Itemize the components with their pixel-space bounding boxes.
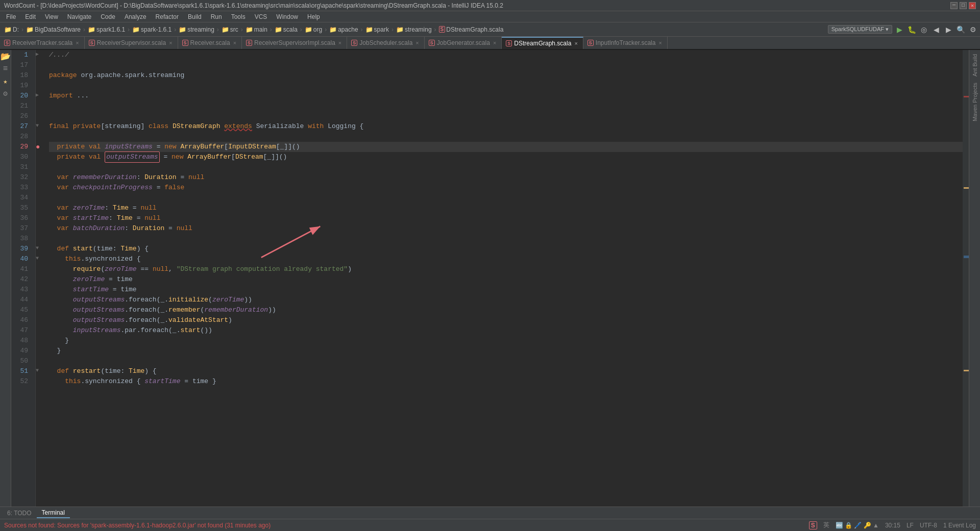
code-line-17 xyxy=(49,60,963,70)
code-line-44: outputStreams.foreach(_.initialize(zeroT… xyxy=(49,295,963,305)
search-button[interactable]: 🔍 xyxy=(955,24,966,35)
gutter-20: ▶ xyxy=(36,91,45,101)
gutter-50 xyxy=(36,356,45,366)
tab-inputinfotracker-close[interactable]: × xyxy=(657,40,663,46)
menu-navigate[interactable]: Navigate xyxy=(63,12,95,21)
scroll-indicators[interactable] xyxy=(963,50,969,507)
code-area[interactable]: /.../ package org.apache.spark.streaming… xyxy=(45,50,963,507)
menu-run[interactable]: Run xyxy=(207,12,226,21)
tab-receivertracker[interactable]: S ReceiverTracker.scala × xyxy=(0,37,85,49)
sidebar-structure-icon[interactable]: ≡ xyxy=(1,64,10,73)
line-num-48: 48 xyxy=(11,336,31,346)
minimize-button[interactable]: ─ xyxy=(950,2,958,9)
code-line-36: var startTime: Time = null xyxy=(49,213,963,223)
breadcrumb-D[interactable]: 📁 D: xyxy=(2,25,21,34)
maximize-button[interactable]: □ xyxy=(960,2,967,9)
tab-jobgenerator-close[interactable]: × xyxy=(492,40,497,46)
coverage-button[interactable]: ◎ xyxy=(919,24,929,35)
tab-inputinfotracker[interactable]: S InputInfoTracker.scala × xyxy=(583,37,668,49)
breadcrumb-spark-161[interactable]: 📁 spark-1.6.1 xyxy=(130,25,174,34)
tab-dstreamgraph-close[interactable]: × xyxy=(573,40,578,46)
forward-button[interactable]: ▶ xyxy=(943,24,953,35)
breadcrumb-apache[interactable]: 📁 apache xyxy=(327,25,360,34)
close-button[interactable]: ✕ xyxy=(969,2,976,9)
folder-icon-spark161: 📁 xyxy=(88,26,95,33)
tab-jobgenerator-label: JobGenerator.scala xyxy=(437,39,490,46)
folder-icon-streaming: 📁 xyxy=(179,26,186,33)
menu-analyze[interactable]: Analyze xyxy=(120,12,151,21)
breadcrumb-org[interactable]: 📁 org xyxy=(303,25,324,34)
tab-receiversupervisorimpl-label: ReceiverSupervisorImpl.scala xyxy=(254,39,335,46)
tab-dstreamgraph[interactable]: S DStreamGraph.scala × xyxy=(502,37,583,49)
line-num-52: 52 xyxy=(11,376,31,387)
breadcrumb-bigdata[interactable]: 📁 BigDataSoftware xyxy=(24,25,83,34)
code-line-51: def restart(time: Time) { xyxy=(49,366,963,376)
breadcrumb-src[interactable]: 📁 src xyxy=(219,25,240,34)
code-line-47: inputStreams.par.foreach(_.start()) xyxy=(49,325,963,336)
menu-vcs[interactable]: VCS xyxy=(251,12,272,21)
title-bar: WordCount - [D:\IdeaProjects\WordCount] … xyxy=(0,0,980,11)
bottom-tab-todo[interactable]: 6: TODO xyxy=(2,509,37,518)
breadcrumb-apache-label: apache xyxy=(338,26,358,33)
line-num-17: 17 xyxy=(11,60,31,70)
menu-build[interactable]: Build xyxy=(184,12,206,21)
debug-button[interactable]: 🐛 xyxy=(906,24,917,35)
code-line-20: import ... xyxy=(49,91,963,101)
tab-receiversupervisor[interactable]: S ReceiverSupervisor.scala × xyxy=(85,37,178,49)
gutter-41 xyxy=(36,264,45,274)
menu-file[interactable]: File xyxy=(2,12,20,21)
scrollbar-track[interactable] xyxy=(963,50,969,507)
tab-receivertracker-close[interactable]: × xyxy=(75,40,80,46)
sidebar-favorites-icon[interactable]: ★ xyxy=(1,77,10,86)
breadcrumb-streaming[interactable]: 📁 streaming xyxy=(177,25,216,34)
menu-help[interactable]: Help xyxy=(303,12,324,21)
settings-button[interactable]: ⚙ xyxy=(968,24,978,35)
tab-jobgenerator[interactable]: S JobGenerator.scala × xyxy=(425,37,502,49)
tab-jobscheduler[interactable]: S JobScheduler.scala × xyxy=(347,37,425,49)
menu-code[interactable]: Code xyxy=(96,12,119,21)
menu-edit[interactable]: Edit xyxy=(21,12,40,21)
tab-receiversupervisorimpl[interactable]: S ReceiverSupervisorImpl.scala × xyxy=(242,37,347,49)
tab-receiversupervisor-close[interactable]: × xyxy=(168,40,173,46)
menu-bar: File Edit View Navigate Code Analyze Ref… xyxy=(0,11,980,22)
breadcrumb-streaming2[interactable]: 📁 streaming xyxy=(394,25,434,34)
run-config-selector[interactable]: SparkSQLUDFUDAF ▾ xyxy=(828,25,892,34)
tab-receiver[interactable]: S Receiver.scala × xyxy=(178,37,242,49)
gutter-19 xyxy=(36,81,45,91)
breadcrumb-scala[interactable]: 📁 scala xyxy=(273,25,300,34)
menu-tools[interactable]: Tools xyxy=(227,12,250,21)
breadcrumb-spark[interactable]: 📁 spark xyxy=(363,25,391,34)
tab-receivertracker-icon: S xyxy=(4,40,10,46)
code-line-42: zeroTime = time xyxy=(49,274,963,285)
line-num-43: 43 xyxy=(11,285,31,295)
menu-refactor[interactable]: Refactor xyxy=(152,12,183,21)
right-sidebar-ant-build[interactable]: Ant Build xyxy=(971,52,979,79)
code-line-38 xyxy=(49,234,963,244)
gutter-38 xyxy=(36,234,45,244)
gutter-35 xyxy=(36,203,45,213)
line-num-36: 36 xyxy=(11,213,31,223)
tab-jobscheduler-close[interactable]: × xyxy=(414,40,420,46)
scala-file-icon: S xyxy=(439,26,446,33)
tab-jobscheduler-icon: S xyxy=(351,40,357,46)
code-line-41: require(zeroTime == null, "DStream graph… xyxy=(49,264,963,274)
breadcrumb-main[interactable]: 📁 main xyxy=(243,25,270,34)
code-editor[interactable]: 1 17 18 19 20 21 26 27 28 29 30 31 32 33… xyxy=(11,50,969,507)
sidebar-maven-icon[interactable]: ⚙ xyxy=(1,89,10,98)
code-line-34 xyxy=(49,193,963,203)
status-event-log[interactable]: 1 Event Log xyxy=(943,522,976,529)
bottom-tab-terminal[interactable]: Terminal xyxy=(37,508,70,518)
menu-window[interactable]: Window xyxy=(272,12,302,21)
menu-view[interactable]: View xyxy=(41,12,62,21)
breadcrumb-d-label: D: xyxy=(13,26,19,33)
breadcrumb-spark161[interactable]: 📁 spark1.6.1 xyxy=(86,25,127,34)
right-sidebar-maven-projects[interactable]: Maven Projects xyxy=(971,81,979,123)
breadcrumb-dstreamgraph[interactable]: S DStreamGraph.scala xyxy=(437,25,506,34)
tab-receiversupervisorimpl-close[interactable]: × xyxy=(337,40,342,46)
back-button[interactable]: ◀ xyxy=(931,24,941,35)
status-line-col: 30:15 xyxy=(885,522,900,529)
line-num-33: 33 xyxy=(11,183,31,193)
sidebar-project-icon[interactable]: 📂 xyxy=(1,52,10,61)
run-button[interactable]: ▶ xyxy=(894,24,904,35)
tab-receiver-close[interactable]: × xyxy=(232,40,237,46)
